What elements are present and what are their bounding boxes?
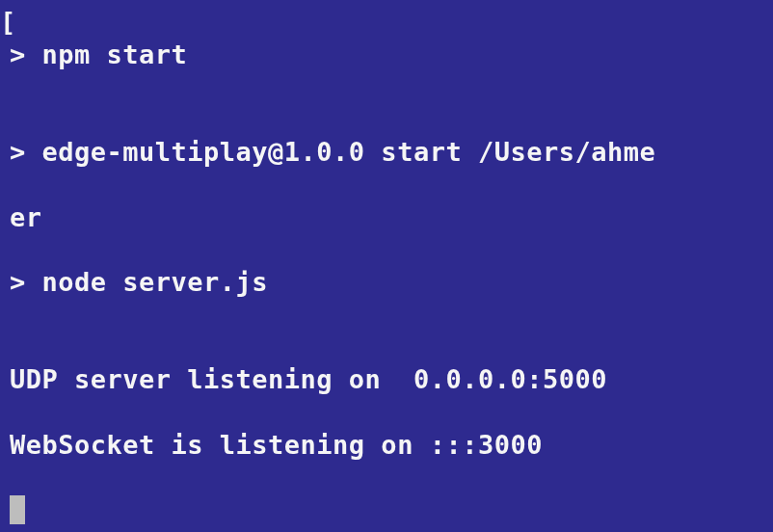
terminal-line: er	[10, 201, 763, 234]
bracket-char: [	[0, 6, 15, 39]
terminal-line: WebSocket is listening on :::3000	[10, 429, 763, 462]
terminal-line: UDP server listening on 0.0.0.0:5000	[10, 363, 763, 396]
terminal-line: > edge-multiplay@1.0.0 start /Users/ahme	[10, 136, 763, 169]
terminal-line: > npm start	[10, 39, 763, 71]
terminal-line: > node server.js	[10, 266, 763, 299]
terminal-cursor	[10, 495, 25, 524]
terminal-output[interactable]: > npm start > edge-multiplay@1.0.0 start…	[10, 6, 763, 526]
